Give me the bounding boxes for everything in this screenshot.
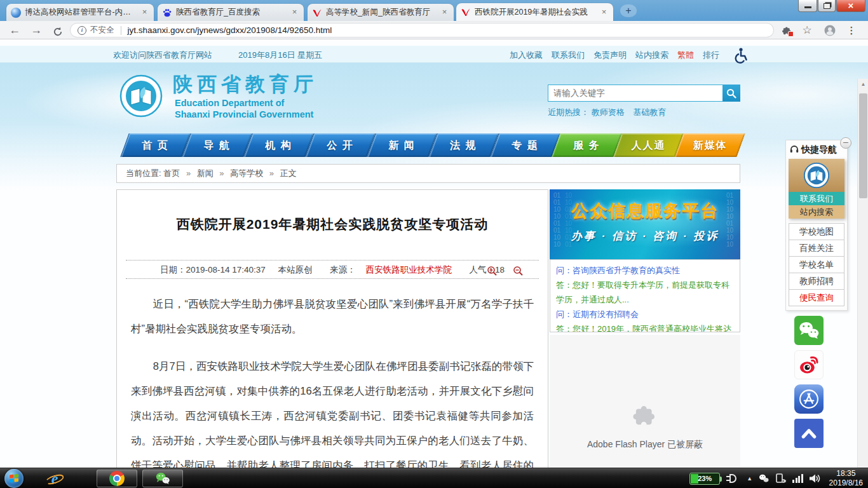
taskbar-clock[interactable]: 18:35 2019/8/16 (829, 469, 864, 488)
tab-close-icon[interactable]: × (140, 8, 149, 17)
screen: 博达高校网站群管理平台-内容管 × 陕西省教育厅_百度搜索 × 高等学校_新闻_… (0, 0, 868, 488)
network-signal-icon[interactable] (792, 474, 803, 483)
new-tab-button[interactable]: + (620, 4, 637, 17)
breadcrumb-home[interactable]: 首页 (163, 168, 180, 178)
browser-tab[interactable]: 博达高校网站群管理平台-内容管 × (6, 4, 154, 21)
window-restore-button[interactable] (818, 0, 836, 12)
breadcrumb-colleges[interactable]: 高等学校 (230, 168, 263, 178)
weibo-icon[interactable] (794, 350, 824, 379)
back-to-top-icon[interactable] (794, 419, 824, 448)
qa-answer[interactable]: 答：您好！要取得专升本学历，前提是获取专科学历，并通过成人... (556, 278, 734, 307)
nav-tab-organization[interactable]: 机 构 (248, 133, 309, 157)
qa-answer[interactable]: 答：您好！2019年，陕西省普通高校毕业生将达 (556, 322, 734, 332)
internet-explorer-icon[interactable]: e (42, 470, 67, 487)
power-plug-icon[interactable] (726, 472, 738, 485)
taskbar-chrome-button[interactable] (97, 470, 137, 487)
breadcrumb-news[interactable]: 新闻 (197, 168, 214, 178)
chrome-icon (109, 471, 125, 486)
search-button[interactable] (722, 85, 740, 102)
bookmark-star-icon[interactable]: ☆ (799, 23, 815, 38)
window-minimize-button[interactable] (798, 0, 817, 12)
nav-tab-disclosure[interactable]: 公 开 (309, 133, 371, 157)
link-add-favorite[interactable]: 加入收藏 (510, 50, 543, 61)
accessibility-icon[interactable] (733, 47, 749, 65)
quick-nav-box: 快捷导航 联系我们 站内搜索 学校地图 (785, 140, 848, 311)
hot-search-term[interactable]: 基础教育 (633, 107, 666, 117)
tab-title: 高等学校_新闻_陕西省教育厅 (326, 7, 436, 18)
site-logo[interactable]: EDS (119, 74, 163, 118)
baidu-paw-favicon (162, 8, 172, 18)
profile-avatar[interactable] (822, 23, 837, 38)
menu-dots-icon[interactable]: ⋮ (844, 23, 859, 38)
link-disclaimer[interactable]: 免责声明 (593, 50, 627, 61)
quick-nav-contact-us[interactable]: 联系我们 (789, 192, 844, 205)
panel-minimize-button[interactable]: ─ (840, 137, 851, 149)
wechat-icon[interactable] (794, 316, 824, 345)
back-button[interactable]: ← (6, 22, 23, 38)
extension-icon[interactable] (779, 23, 794, 38)
jyt-red-v-favicon (461, 7, 471, 17)
page-scrollbar: ▲ ▼ (857, 79, 868, 468)
nav-tab-new-media[interactable]: 新媒体 (679, 133, 741, 157)
quick-nav-item-teacher-recruit[interactable]: 教师招聘 (789, 273, 844, 290)
scroll-up-arrow[interactable]: ▲ (858, 79, 868, 90)
browser-tab[interactable]: 陕西省教育厅_百度搜索 × (158, 4, 304, 21)
breadcrumb-label: 当前位置: (126, 168, 161, 178)
quick-nav-item-convenience-query[interactable]: 便民查询 (789, 289, 844, 306)
window-close-button[interactable] (836, 0, 865, 12)
nav-tab-guide[interactable]: 导 航 (186, 133, 248, 157)
tray-hidden-icons-arrow[interactable]: ▲ (747, 475, 752, 482)
safely-remove-hardware-icon[interactable] (775, 473, 787, 484)
qa-question[interactable]: 问：近期有没有招聘会 (556, 307, 734, 322)
quick-nav-item-public-focus[interactable]: 百姓关注 (789, 240, 844, 257)
quick-nav-site-search[interactable]: 站内搜索 (789, 205, 844, 219)
link-site-search[interactable]: 站内搜索 (635, 50, 668, 61)
qa-question[interactable]: 问：咨询陕西省升学教育的真实性 (556, 263, 734, 278)
browser-tab[interactable]: 高等学校_新闻_陕西省教育厅 × (308, 4, 454, 21)
zoom-in-icon[interactable] (487, 264, 498, 283)
link-contact-us[interactable]: 联系我们 (552, 50, 585, 61)
search-input[interactable] (548, 85, 722, 102)
quick-nav-item-school-map[interactable]: 学校地图 (789, 223, 844, 240)
nav-tab-regulations[interactable]: 法 规 (433, 133, 494, 157)
reload-button[interactable] (50, 22, 66, 38)
tab-close-icon[interactable]: × (599, 8, 609, 17)
zoom-out-icon[interactable] (513, 264, 524, 283)
source-link[interactable]: 西安铁路职业技术学院 (366, 265, 452, 274)
welcome-bar: 欢迎访问陕西省教育厅网站 2019年8月16日 星期五 加入收藏 联系我们 免责… (0, 46, 868, 63)
breadcrumb-separator: » (186, 168, 191, 178)
nav-tab-home[interactable]: 首 页 (125, 133, 186, 157)
nav-tab-renrentong[interactable]: 人人通 (618, 133, 679, 157)
tab-close-icon[interactable]: × (290, 8, 299, 17)
browser-tab-active[interactable]: 西铁院开展2019年暑期社会实践 × (456, 3, 613, 21)
boda-globe-favicon (11, 8, 21, 18)
link-ranking[interactable]: 排行 (703, 50, 719, 61)
start-button[interactable] (4, 469, 24, 488)
forward-button[interactable]: → (28, 22, 44, 38)
public-service-banner[interactable]: 0101101001011010 1010010110100101 011010… (550, 189, 740, 259)
quick-nav-panel: ─ 快捷导航 (785, 140, 848, 448)
nav-tab-news[interactable]: 新 闻 (371, 133, 433, 157)
app-store-icon[interactable] (794, 384, 824, 414)
flash-blocked-placeholder[interactable]: Adobe Flash Player 已被屏蔽 (550, 335, 740, 468)
window-controls (797, 0, 865, 12)
hot-search-term[interactable]: 教师资格 (592, 107, 625, 117)
nav-tab-services[interactable]: 服 务 (556, 133, 618, 157)
tab-close-icon[interactable]: × (440, 8, 449, 17)
site-name-english: Education Department of (175, 98, 284, 108)
address-bar[interactable]: i 不安全 jyt.shaanxi.gov.cn/jynews/gdxx/201… (70, 23, 774, 37)
info-icon[interactable]: i (78, 26, 86, 35)
scrollbar-thumb[interactable] (859, 93, 867, 198)
volume-icon[interactable] (809, 473, 821, 484)
nav-tab-topics[interactable]: 专 题 (494, 133, 556, 157)
browser-toolbar: ← → i 不安全 jyt.shaanxi.gov.cn/jynews/gdxx… (0, 21, 868, 39)
link-traditional-chinese[interactable]: 繁體 (677, 50, 694, 61)
site-search (548, 85, 740, 102)
taskbar-wechat-button[interactable] (142, 470, 183, 487)
font-zoom-controls (482, 264, 529, 283)
tray-wechat-icon[interactable] (758, 473, 770, 484)
battery-indicator[interactable]: 23% (689, 473, 720, 485)
quick-nav-item-school-list[interactable]: 学校名单 (789, 256, 844, 273)
security-label: 不安全 (90, 25, 114, 36)
site-name: 陕西省教育厅 (173, 71, 318, 98)
